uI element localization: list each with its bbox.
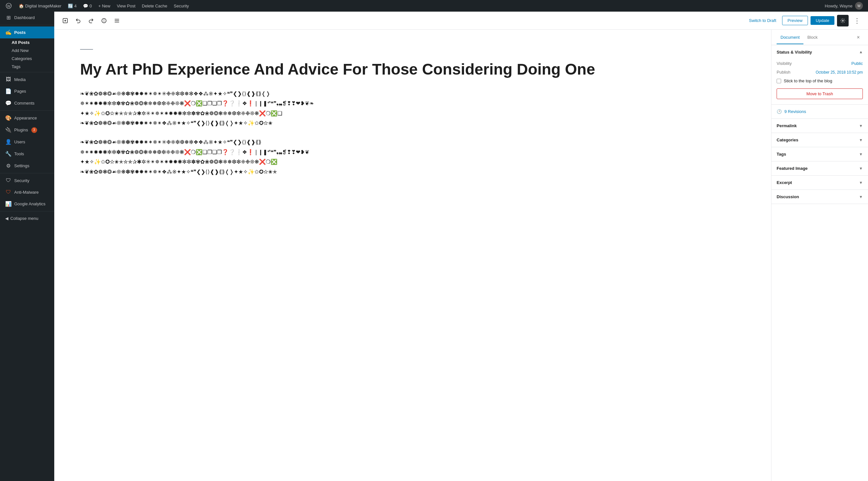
sidebar-item-comments[interactable]: 💬 Comments <box>0 97 54 109</box>
sidebar-item-posts[interactable]: ✍ Posts <box>0 27 54 38</box>
comments-sidebar-icon: 💬 <box>5 100 11 106</box>
posts-icon: ✍ <box>5 29 11 35</box>
redo-button[interactable] <box>85 15 97 27</box>
sidebar-item-tools[interactable]: 🔧 Tools <box>0 148 54 160</box>
home-icon: 🏠 <box>19 4 24 8</box>
updates-item[interactable]: 🔄 4 <box>65 0 79 12</box>
excerpt-header[interactable]: Excerpt ▼ <box>771 175 868 190</box>
panel-tabs: Document Block × <box>771 30 868 45</box>
settings-button[interactable] <box>837 15 848 27</box>
wp-logo[interactable]: W <box>3 0 15 12</box>
sidebar-subitem-categories[interactable]: Categories <box>0 55 54 63</box>
preview-button[interactable]: Preview <box>782 16 808 25</box>
tab-block[interactable]: Block <box>803 31 822 44</box>
section-discussion: Discussion ▼ <box>771 190 868 204</box>
post-paragraph-2[interactable]: ❧❦❀✿❁❃❂☙❊❋✽✾✹✸✷✶✵✴✳❉❈❇❆❅✻❖❖⁂※✦★✧❝❞❮❯⟨⟩❰❱… <box>80 137 745 177</box>
tags-chevron-icon: ▼ <box>859 152 863 157</box>
sidebar-item-media[interactable]: 🖼 Media <box>0 74 54 85</box>
sidebar-divider-3 <box>0 110 54 111</box>
revisions-clock-icon: 🕐 <box>777 109 782 114</box>
featured-image-header[interactable]: Featured Image ▼ <box>771 161 868 175</box>
status-visibility-header[interactable]: Status & Visibility ▼ <box>771 45 868 59</box>
tools-icon: 🔧 <box>5 151 11 157</box>
tags-header[interactable]: Tags ▼ <box>771 147 868 161</box>
publish-row: Publish October 25, 2018 10:52 pm <box>777 68 863 76</box>
sidebar-subitem-all-posts[interactable]: All Posts <box>0 38 54 46</box>
publish-value[interactable]: October 25, 2018 10:52 pm <box>816 70 863 74</box>
permalink-chevron-icon: ▼ <box>859 124 863 128</box>
sidebar-item-plugins[interactable]: 🔌 Plugins 3 <box>0 124 54 136</box>
sidebar-item-google-analytics[interactable]: 📊 Google Analytics <box>0 198 54 210</box>
admin-bar-right: Howdy, Wayne W <box>822 0 865 12</box>
excerpt-chevron-icon: ▼ <box>859 181 863 185</box>
permalink-header[interactable]: Permalink ▼ <box>771 119 868 133</box>
security-icon: 🛡 <box>5 178 11 183</box>
discussion-header[interactable]: Discussion ▼ <box>771 190 868 204</box>
section-featured-image: Featured Image ▼ <box>771 161 868 175</box>
categories-chevron-icon: ▼ <box>859 138 863 142</box>
post-content[interactable]: My Art PhD Experience And Advice For Tho… <box>54 30 771 481</box>
sidebar-divider-5 <box>0 211 54 212</box>
google-analytics-icon: 📊 <box>5 201 11 207</box>
security-bar-item[interactable]: Security <box>171 0 191 12</box>
collapse-menu[interactable]: ◀ Collapse menu <box>0 213 54 224</box>
editor-area: Switch to Draft Preview Update ⋮ My Art … <box>54 12 868 481</box>
sidebar-item-pages[interactable]: 📄 Pages <box>0 85 54 97</box>
panel-content: Status & Visibility ▼ Visibility Public … <box>771 45 868 481</box>
section-excerpt: Excerpt ▼ <box>771 175 868 190</box>
sidebar-item-settings[interactable]: ⚙ Settings <box>0 160 54 172</box>
more-options-button[interactable]: ⋮ <box>851 15 863 27</box>
sidebar: ⊞ Dashboard ✍ Posts All Posts Add New Ca… <box>0 12 54 481</box>
media-icon: 🖼 <box>5 76 11 82</box>
view-post-item[interactable]: View Post <box>114 0 138 12</box>
svg-point-11 <box>842 20 843 21</box>
post-title[interactable]: My Art PhD Experience And Advice For Tho… <box>80 60 745 79</box>
delete-cache-item[interactable]: Delete Cache <box>139 0 170 12</box>
admin-bar: W 🏠 Digital ImageMaker 🔄 4 💬 0 + New Vie… <box>0 0 868 12</box>
post-paragraph-1[interactable]: ❧❦❀✿❁❃❂☙❊❋✽✾✹✸✷✶✵✴✳❉❈❇❆❅✻❖❖⁂※✦★✧❝❞❮❯⟨⟩❰❱… <box>80 89 745 128</box>
info-button[interactable] <box>98 15 110 27</box>
move-to-trash-button[interactable]: Move to Trash <box>777 89 863 99</box>
svg-text:W: W <box>7 4 11 8</box>
add-block-button[interactable] <box>59 15 71 27</box>
sidebar-item-appearance[interactable]: 🎨 Appearance <box>0 112 54 124</box>
update-button[interactable]: Update <box>810 16 834 25</box>
section-status-visibility: Status & Visibility ▼ Visibility Public … <box>771 45 868 105</box>
updates-icon: 🔄 <box>68 4 73 8</box>
sidebar-item-security[interactable]: 🛡 Security <box>0 174 54 186</box>
comments-item[interactable]: 💬 0 <box>81 0 94 12</box>
visibility-value[interactable]: Public <box>851 61 863 66</box>
list-view-button[interactable] <box>111 15 123 27</box>
site-home[interactable]: 🏠 Digital ImageMaker <box>16 0 64 12</box>
sidebar-subitem-add-new[interactable]: Add New <box>0 46 54 55</box>
plugins-icon: 🔌 <box>5 127 11 133</box>
main-layout: ⊞ Dashboard ✍ Posts All Posts Add New Ca… <box>0 12 868 481</box>
new-item[interactable]: + New <box>96 0 113 12</box>
sidebar-item-anti-malware[interactable]: 🛡 Anti-Malware <box>0 186 54 198</box>
post-separator <box>80 49 93 50</box>
sidebar-item-dashboard[interactable]: ⊞ Dashboard <box>0 12 54 24</box>
appearance-icon: 🎨 <box>5 115 11 121</box>
panel-close-button[interactable]: × <box>854 33 863 42</box>
sidebar-item-users[interactable]: 👤 Users <box>0 136 54 148</box>
stick-to-top-checkbox[interactable] <box>777 79 781 83</box>
status-visibility-content: Visibility Public Publish October 25, 20… <box>771 59 868 104</box>
editor-main: My Art PhD Experience And Advice For Tho… <box>54 30 868 481</box>
categories-header[interactable]: Categories ▼ <box>771 133 868 147</box>
undo-button[interactable] <box>72 15 84 27</box>
tab-document[interactable]: Document <box>777 31 803 44</box>
howdy-item[interactable]: Howdy, Wayne W <box>822 0 865 12</box>
revisions-row[interactable]: 🕐 9 Revisions <box>771 105 868 119</box>
collapse-icon: ◀ <box>5 216 8 221</box>
visibility-row: Visibility Public <box>777 59 863 68</box>
status-chevron-icon: ▼ <box>859 50 863 55</box>
users-icon: 👤 <box>5 139 11 145</box>
switch-to-draft-button[interactable]: Switch to Draft <box>746 16 779 25</box>
avatar: W <box>855 2 863 10</box>
section-tags: Tags ▼ <box>771 147 868 161</box>
featured-image-chevron-icon: ▼ <box>859 166 863 171</box>
comments-icon: 💬 <box>83 4 88 8</box>
settings-icon: ⚙ <box>5 163 11 169</box>
sidebar-subitem-tags[interactable]: Tags <box>0 63 54 71</box>
dashboard-icon: ⊞ <box>5 14 11 21</box>
